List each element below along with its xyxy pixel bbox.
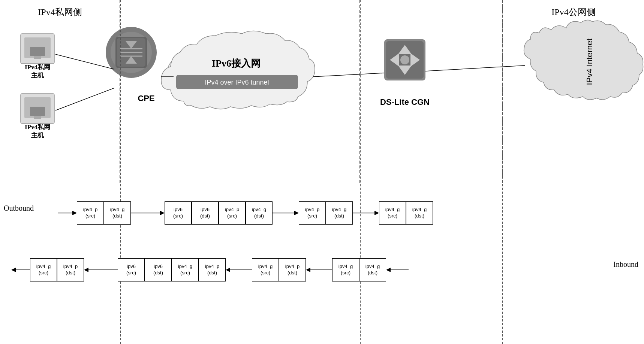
svg-marker-53 [72, 211, 77, 215]
network-diagram: IPv4私网侧 IPv4公网侧 IPv6接入网 IPv4 over IPv6 t… [0, 0, 644, 183]
svg-line-50 [313, 73, 384, 77]
svg-line-48 [55, 88, 114, 110]
packet-box: ipv4_g(src) [379, 201, 406, 225]
packet-box: ipv4_p(dst) [279, 258, 306, 281]
packet-box: ipv6(dst) [192, 201, 219, 225]
ipv6-cloud: IPv6接入网 IPv4 over IPv6 tunnel [161, 31, 315, 109]
svg-text:主机: 主机 [31, 131, 44, 139]
packet-box: ipv4_g(src) [30, 258, 57, 281]
packet-sublabel: (dst) [254, 213, 264, 219]
svg-marker-57 [294, 211, 299, 215]
diagram-container: IPv4私网侧 IPv4公网侧 IPv6接入网 IPv4 over IPv6 t… [0, 0, 644, 344]
arrow-left-end [11, 264, 30, 275]
packet-box: ipv4_g(dst) [326, 201, 353, 225]
packet-label: ipv6 [201, 207, 210, 213]
arrow-right-2 [131, 207, 165, 219]
packet-box: ipv4_p(dst) [57, 258, 84, 281]
packet-sublabel: (dst) [334, 213, 344, 219]
host-1 [21, 34, 54, 64]
packet-sublabel: (dst) [66, 270, 75, 276]
svg-marker-67 [306, 268, 310, 272]
packet-sublabel: (src) [173, 213, 183, 219]
packet-label: ipv4_g [178, 264, 192, 270]
svg-marker-61 [11, 268, 16, 272]
packet-label: ipv4_g [338, 264, 353, 270]
packet-box: ipv4_p(src) [77, 201, 104, 225]
svg-text:CPE: CPE [138, 94, 154, 103]
svg-rect-38 [34, 56, 41, 59]
inbound-packet-group-4: ipv4_g(src) ipv4_g(dst) [332, 258, 386, 281]
packet-sublabel: (dst) [207, 270, 217, 276]
arrow-left-3 [226, 264, 252, 275]
packet-box: ipv4_p(dst) [199, 258, 226, 281]
packet-box: ipv4_g(src) [332, 258, 359, 281]
svg-text:主机: 主机 [31, 71, 44, 79]
packet-sublabel: (src) [388, 213, 397, 219]
outbound-packet-group-4: ipv4_g(src) ipv4_g(dst) [379, 201, 433, 225]
outbound-label: Outbound [4, 204, 34, 213]
svg-rect-37 [30, 47, 45, 56]
svg-marker-55 [160, 211, 165, 215]
svg-text:IPv6接入网: IPv6接入网 [212, 58, 261, 69]
arrow-left-2 [84, 264, 118, 275]
packet-box: ipv6(src) [118, 258, 145, 281]
cgn-router [384, 39, 425, 80]
packet-sublabel: (dst) [288, 270, 297, 276]
packet-label: ipv4_g [412, 207, 427, 213]
packet-box: ipv6(src) [165, 201, 192, 225]
svg-line-47 [55, 54, 114, 69]
svg-text:IPv4 over IPv6 tunnel: IPv4 over IPv6 tunnel [205, 79, 269, 86]
packet-sublabel: (src) [126, 270, 136, 276]
packet-box: ipv4_g(dst) [406, 201, 433, 225]
outbound-flow: ipv4_p(src) ipv4_g(dst) ipv6(src) ipv6(d… [58, 201, 433, 225]
svg-text:DS-Lite CGN: DS-Lite CGN [380, 97, 430, 107]
outbound-packet-group-1: ipv4_p(src) ipv4_g(dst) [77, 201, 131, 225]
packet-sublabel: (src) [261, 270, 270, 276]
packet-label: ipv4_g [258, 264, 273, 270]
svg-text:IPv4公网侧: IPv4公网侧 [551, 7, 595, 17]
packet-box: ipv4_p(src) [299, 201, 326, 225]
svg-point-33 [400, 55, 409, 64]
svg-text:IPv4 Internet: IPv4 Internet [585, 39, 594, 85]
packet-label: ipv4_p [205, 264, 219, 270]
packet-label: ipv4_g [252, 207, 266, 213]
packet-sublabel: (src) [180, 270, 190, 276]
packet-label: ipv4_g [365, 264, 380, 270]
outbound-packet-group-3: ipv4_p(src) ipv4_g(dst) [299, 201, 353, 225]
packet-flow-section: Outbound Inbound ipv4_p(src) ipv4_g(dst)… [0, 183, 644, 344]
svg-rect-43 [30, 107, 45, 116]
arrow-inbound-source [386, 264, 409, 275]
svg-line-51 [425, 66, 525, 71]
packet-label: ipv6 [127, 264, 136, 270]
packet-sublabel: (dst) [112, 213, 122, 219]
packet-label: ipv4_p [305, 207, 319, 213]
inbound-label: Inbound [613, 260, 638, 269]
packet-label: ipv4_p [225, 207, 239, 213]
packet-label: ipv4_g [110, 207, 124, 213]
packet-box: ipv4_g(src) [252, 258, 279, 281]
packet-sublabel: (src) [227, 213, 237, 219]
packet-label: ipv4_p [83, 207, 97, 213]
cpe-router: ⬡ [106, 27, 157, 78]
packet-sublabel: (dst) [200, 213, 210, 219]
packet-label: ipv4_p [285, 264, 300, 270]
packet-box: ipv4_g(dst) [246, 201, 273, 225]
ipv4-internet-cloud: IPv4 Internet [524, 20, 643, 100]
packet-sublabel: (src) [39, 270, 48, 276]
svg-marker-65 [226, 268, 230, 272]
packet-box: ipv4_g(dst) [359, 258, 386, 281]
packet-box: ipv4_p(src) [219, 201, 246, 225]
packet-label: ipv6 [174, 207, 183, 213]
svg-rect-44 [34, 116, 41, 119]
svg-text:IPv4私网: IPv4私网 [25, 124, 50, 131]
packet-box: ipv6(dst) [145, 258, 172, 281]
svg-marker-59 [374, 211, 379, 215]
packet-box: ipv4_g(dst) [104, 201, 131, 225]
packet-box: ipv4_g(src) [172, 258, 199, 281]
packet-label: ipv4_g [332, 207, 346, 213]
outbound-packet-group-2: ipv6(src) ipv6(dst) ipv4_p(src) ipv4_g(d… [165, 201, 273, 225]
inbound-packet-group-3: ipv4_g(src) ipv4_p(dst) [252, 258, 306, 281]
svg-text:IPv4私网侧: IPv4私网侧 [38, 7, 82, 17]
packet-sublabel: (src) [341, 270, 350, 276]
arrow-right-1 [58, 207, 77, 219]
